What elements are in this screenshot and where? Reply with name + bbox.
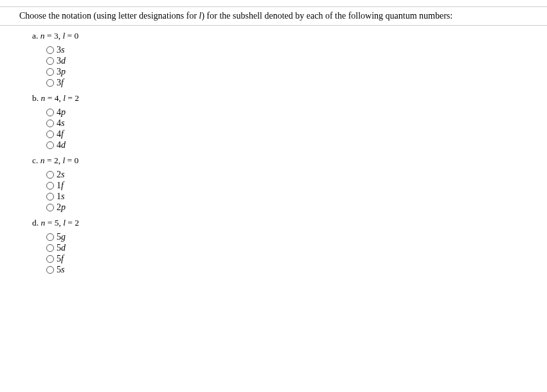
option-orb: p	[61, 107, 66, 117]
option-c-1[interactable]: 2s	[46, 170, 515, 180]
part-c-letter: c.	[32, 156, 38, 165]
option-num: 1	[57, 181, 61, 190]
option-orb: f	[61, 254, 64, 263]
radio-icon[interactable]	[46, 266, 54, 274]
option-a-4[interactable]: 3f	[46, 78, 515, 88]
option-label: 5d	[57, 243, 66, 253]
option-orb: p	[61, 202, 66, 212]
option-label: 3s	[57, 45, 64, 55]
option-num: 5	[57, 254, 61, 263]
part-b-lval: 2	[75, 93, 79, 103]
option-label: 3d	[57, 56, 66, 66]
option-num: 4	[57, 129, 61, 139]
option-label: 5g	[57, 232, 66, 242]
option-label: 1f	[57, 181, 64, 191]
option-num: 5	[57, 265, 61, 274]
option-orb: d	[61, 140, 66, 150]
option-c-2[interactable]: 1f	[46, 181, 515, 191]
part-d-letter: d.	[32, 218, 39, 227]
option-d-3[interactable]: 5f	[46, 254, 515, 264]
option-a-1[interactable]: 3s	[46, 45, 515, 55]
option-label: 4p	[57, 107, 66, 118]
part-a-letter: a.	[32, 31, 38, 40]
radio-icon[interactable]	[46, 193, 54, 200]
prompt-suffix: ) for the subshell denoted by each of th…	[201, 11, 453, 21]
option-orb: d	[61, 243, 66, 253]
radio-icon[interactable]	[46, 68, 54, 76]
part-a-nval: 3	[54, 31, 58, 40]
radio-icon[interactable]	[46, 244, 54, 252]
option-label: 2s	[57, 170, 64, 180]
radio-icon[interactable]	[46, 204, 54, 211]
option-label: 2p	[57, 202, 66, 213]
option-orb: g	[61, 232, 66, 242]
part-b-nval: 4	[55, 93, 59, 103]
option-num: 1	[57, 192, 61, 201]
option-d-2[interactable]: 5d	[46, 243, 515, 253]
part-c-nval: 2	[54, 156, 58, 165]
option-c-4[interactable]: 2p	[46, 202, 515, 213]
part-c-label: c. n = 2, l = 0	[32, 156, 515, 166]
part-b-letter: b.	[32, 93, 39, 103]
part-d-label: d. n = 5, l = 2	[32, 218, 515, 228]
part-d-nvar: n	[41, 218, 46, 227]
option-b-1[interactable]: 4p	[46, 107, 515, 118]
option-a-3[interactable]: 3p	[46, 67, 515, 77]
part-a: a. n = 3, l = 0 3s 3d 3p 3f	[32, 31, 515, 88]
radio-icon[interactable]	[46, 130, 54, 138]
option-orb: s	[61, 265, 64, 274]
option-d-1[interactable]: 5g	[46, 232, 515, 242]
part-b-options: 4p 4s 4f 4d	[32, 107, 515, 150]
part-a-lvar: l	[62, 31, 65, 40]
part-a-label: a. n = 3, l = 0	[32, 31, 515, 41]
part-b-nvar: n	[41, 93, 46, 103]
option-b-2[interactable]: 4s	[46, 118, 515, 129]
question-prompt: Choose the notation (using letter design…	[0, 6, 547, 26]
radio-icon[interactable]	[46, 79, 54, 87]
radio-icon[interactable]	[46, 141, 54, 149]
option-label: 5f	[57, 254, 64, 264]
option-num: 3	[57, 78, 61, 87]
part-d: d. n = 5, l = 2 5g 5d 5f 5s	[32, 218, 515, 275]
part-d-lvar: l	[63, 218, 66, 227]
option-b-3[interactable]: 4f	[46, 129, 515, 139]
option-num: 5	[57, 232, 61, 242]
part-c: c. n = 2, l = 0 2s 1f 1s 2p	[32, 156, 515, 213]
part-c-options: 2s 1f 1s 2p	[32, 170, 515, 213]
option-num: 3	[57, 56, 61, 66]
option-num: 4	[57, 140, 61, 150]
option-label: 4d	[57, 140, 66, 150]
option-label: 5s	[57, 265, 64, 275]
radio-icon[interactable]	[46, 233, 54, 241]
option-orb: f	[61, 78, 64, 87]
option-label: 3p	[57, 67, 66, 77]
prompt-prefix: Choose the notation (using letter design…	[19, 11, 199, 21]
part-d-lval: 2	[75, 218, 79, 227]
option-orb: f	[61, 181, 64, 190]
option-orb: d	[61, 56, 66, 66]
option-num: 3	[57, 45, 61, 55]
option-orb: p	[61, 67, 66, 76]
option-orb: s	[61, 118, 64, 128]
radio-icon[interactable]	[46, 109, 54, 116]
radio-icon[interactable]	[46, 46, 54, 54]
option-a-2[interactable]: 3d	[46, 56, 515, 66]
part-a-options: 3s 3d 3p 3f	[32, 45, 515, 88]
option-orb: s	[61, 170, 64, 179]
option-d-4[interactable]: 5s	[46, 265, 515, 275]
option-b-4[interactable]: 4d	[46, 140, 515, 150]
radio-icon[interactable]	[46, 255, 54, 263]
part-b-label: b. n = 4, l = 2	[32, 93, 515, 103]
option-orb: s	[61, 45, 64, 55]
option-label: 1s	[57, 192, 64, 202]
part-d-nval: 5	[55, 218, 59, 227]
option-num: 5	[57, 243, 61, 253]
radio-icon[interactable]	[46, 182, 54, 190]
radio-icon[interactable]	[46, 57, 54, 65]
option-label: 3f	[57, 78, 64, 88]
radio-icon[interactable]	[46, 171, 54, 179]
option-c-3[interactable]: 1s	[46, 192, 515, 202]
question-content: a. n = 3, l = 0 3s 3d 3p 3f b. n = 4, l …	[0, 26, 547, 275]
radio-icon[interactable]	[46, 120, 54, 127]
part-b-lvar: l	[63, 93, 66, 103]
